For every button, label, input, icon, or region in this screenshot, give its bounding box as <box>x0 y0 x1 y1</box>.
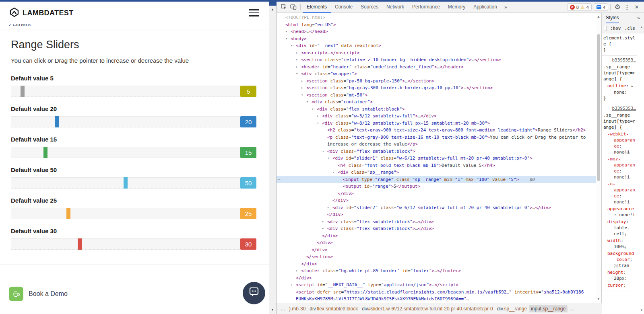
scroll-up-icon[interactable]: ▲ <box>640 25 643 29</box>
crumbs-overflow-trailing[interactable]: … <box>568 306 576 312</box>
dom-tree-line[interactable]: ▸<section class="py-50 bg-purple-150">…<… <box>277 78 596 85</box>
scroll-up-icon[interactable]: ▲ <box>597 15 600 18</box>
style-declaration[interactable]: background-color: tran <box>603 250 636 269</box>
tree-expand-arrow-icon[interactable]: ▸ <box>296 56 298 64</box>
tabs-overflow-button[interactable]: » <box>501 4 510 10</box>
tree-expand-arrow-icon[interactable]: ▸ <box>327 204 329 211</box>
crumb-item[interactable]: input.sp__range <box>529 305 568 312</box>
dom-tree-line[interactable]: ▸<script id="__NEXT_DATA__" type="applic… <box>277 281 596 289</box>
style-declaration[interactable]: cursor: <box>603 282 636 288</box>
dom-tree-line[interactable]: ▸<div class="w-3/12 smtablet:w-full">…</… <box>277 113 596 120</box>
tree-collapse-arrow-icon[interactable]: ▾ <box>285 35 287 43</box>
tab-network[interactable]: Network <box>382 2 408 13</box>
dom-tree-line[interactable]: ▸<div class="flex smtablet:block">…</div… <box>277 218 596 226</box>
slider-track[interactable] <box>11 116 240 127</box>
dom-tree-line[interactable]: ▸<section class="bg-gray-300 border-b bo… <box>277 84 596 92</box>
slider-track[interactable] <box>11 238 240 250</box>
close-devtools-icon[interactable]: ✕ <box>632 3 642 12</box>
dom-tree-line[interactable]: <h4 class="font-bold text-black mb-10">D… <box>277 162 596 169</box>
slider-track[interactable] <box>11 86 240 97</box>
dom-tree-line[interactable]: EUWKsKxKH9785MslVt5JI7TJWt8WJDA9k9I5FskX… <box>277 296 596 303</box>
elements-scrollbar-thumb[interactable] <box>597 34 600 181</box>
slider-track[interactable] <box>11 177 240 189</box>
toggle-hover-state-button[interactable]: :hov <box>610 26 621 31</box>
tab-console[interactable]: Console <box>331 2 357 13</box>
dom-tree-line[interactable]: </div> <box>277 211 596 218</box>
crumb-item[interactable]: div#slider1.w-6\/12.smtablet\:w-full.mt-… <box>360 305 495 312</box>
toggle-class-button[interactable]: .cls <box>625 26 636 31</box>
dom-tree-line[interactable]: <p class="text-gray-900 text-size-16 mt-… <box>277 134 596 141</box>
slider-track[interactable] <box>11 208 240 219</box>
dom-tree-line[interactable]: ▾<div id="__next" data-reactroot> <box>277 42 596 49</box>
style-declaration[interactable]: -webkit-appearance: none!i <box>603 131 636 155</box>
tab-elements[interactable]: Elements <box>303 2 331 13</box>
dom-tree-line[interactable]: <html lang="en-US"> <box>277 21 596 29</box>
slider-thumb[interactable] <box>66 208 70 219</box>
style-declaration[interactable]: outline: ▶ none; <box>603 83 636 95</box>
inspect-element-icon[interactable] <box>279 3 289 12</box>
dom-tree-line[interactable]: </div> <box>277 275 596 282</box>
style-declaration[interactable]: appearance: none!i <box>603 206 636 218</box>
elements-scrollbar[interactable]: ▲ ▼ <box>596 13 601 314</box>
dom-tree-line[interactable]: ▸<footer class="bg-white pt-85 border" i… <box>277 267 596 275</box>
dom-tree-line[interactable]: </div> <box>277 190 596 197</box>
console-status-badge[interactable]: ✕ 8 ⚠ 4 <box>567 3 592 11</box>
dom-tree-line[interactable]: ▸<section class="relative z-10 banner_bg… <box>277 56 596 64</box>
expand-shorthand-icon[interactable]: ▶ <box>632 84 634 88</box>
dom-tree-line[interactable]: ▾<div class="sp__range"> <box>277 169 596 176</box>
dom-tree-line[interactable]: </section> <box>277 253 596 261</box>
tree-collapse-arrow-icon[interactable]: ▾ <box>291 42 293 49</box>
dom-tree-line[interactable]: <h2 class="text-gray-900 text-size-24 te… <box>277 127 596 134</box>
tree-collapse-arrow-icon[interactable]: ▾ <box>322 148 324 155</box>
dom-tree-line[interactable]: ▾<body> <box>277 35 596 43</box>
dom-tree-line[interactable]: ▸<noscript>…</noscript> <box>277 49 596 57</box>
stylesheet-source-link[interactable]: b3395353… <box>603 106 636 111</box>
tree-collapse-arrow-icon[interactable]: ▾ <box>301 92 303 99</box>
dom-tree-line[interactable]: ▸<div id="slider2" class="w-6/12 smtable… <box>277 204 596 211</box>
tab-styles[interactable]: Styles <box>606 13 619 23</box>
tree-collapse-arrow-icon[interactable]: ▾ <box>312 106 314 113</box>
dom-tree-line[interactable]: increase or decrease the value</p> <box>277 141 596 148</box>
style-declaration[interactable]: -moz-appearance: none!i <box>603 156 636 180</box>
tab-performance[interactable]: Performance <box>408 2 444 13</box>
tree-collapse-arrow-icon[interactable]: ▾ <box>327 155 329 162</box>
dom-tree-line[interactable]: ▾<div id="slider1" class="w-6/12 smtable… <box>277 155 596 162</box>
filter-input-caret[interactable] <box>604 26 607 31</box>
tree-collapse-arrow-icon[interactable]: ▾ <box>317 120 319 127</box>
dom-tree-line[interactable]: ▾<div class="flex smtablet:block"> <box>277 106 596 113</box>
slider-thumb[interactable] <box>124 177 128 189</box>
scroll-up-icon[interactable]: ▲ <box>271 8 274 11</box>
crumbs-overflow-leading[interactable]: … <box>279 306 287 312</box>
dom-tree-line[interactable]: <!DOCTYPE html> <box>277 14 596 21</box>
tree-expand-arrow-icon[interactable]: ▸ <box>317 113 319 120</box>
device-toolbar-icon[interactable] <box>289 3 298 12</box>
tree-collapse-arrow-icon[interactable]: ▾ <box>306 99 308 106</box>
stylesheet-source-link[interactable]: b3395353… <box>603 57 636 63</box>
scroll-down-icon[interactable]: ▼ <box>271 308 274 312</box>
rule-selector[interactable]: element.style { <box>603 35 636 47</box>
dom-tree-line[interactable]: ▸<header id="header" class="undefined he… <box>277 64 596 71</box>
crumb-item[interactable]: ).mb-30 <box>287 305 308 312</box>
dom-tree-line[interactable]: ▸<head>…</head> <box>277 28 596 35</box>
rule-selector[interactable]: .sp__range input[type=range] { <box>603 64 636 82</box>
tree-collapse-arrow-icon[interactable]: ▾ <box>332 169 334 176</box>
tree-expand-arrow-icon[interactable]: ▸ <box>285 28 287 35</box>
dom-tree-line[interactable]: ▾<div class="w-8/12 smtablet:w-full px-1… <box>277 120 596 127</box>
dom-tree-line[interactable]: ▸<div class="flex smtablet:block">…</div… <box>277 225 596 232</box>
tree-expand-arrow-icon[interactable]: ▸ <box>322 225 324 232</box>
clipped-nav-item[interactable]: › Others <box>9 24 269 27</box>
tree-expand-arrow-icon[interactable]: ▸ <box>296 267 298 275</box>
tab-application[interactable]: Application <box>469 2 501 13</box>
issues-badge[interactable]: 4 <box>594 3 608 11</box>
dom-tree-line[interactable]: </div> <box>277 197 596 204</box>
kebab-menu-icon[interactable]: ⋮ <box>622 3 632 12</box>
tree-expand-arrow-icon[interactable]: ▸ <box>291 281 293 289</box>
tab-memory[interactable]: Memory <box>444 2 469 13</box>
dom-tree-line[interactable]: </div> <box>277 261 596 268</box>
tree-expand-arrow-icon[interactable]: ▸ <box>296 49 298 57</box>
dom-tree-line[interactable]: </div> <box>277 239 596 246</box>
crumb-item[interactable]: div.flex.smtablet\:block <box>308 305 360 312</box>
sidebar-overflow-button[interactable]: » <box>637 15 640 21</box>
style-declaration[interactable]: height: 28px; <box>603 269 636 281</box>
style-declaration[interactable]: width: 100%; <box>603 238 636 250</box>
